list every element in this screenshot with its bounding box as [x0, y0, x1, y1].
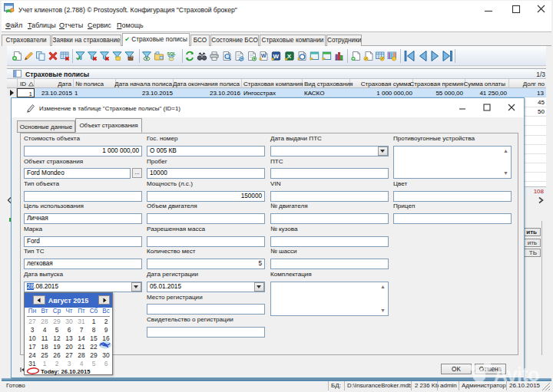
svg-text:W: W: [261, 53, 267, 58]
svg-text:SQL: SQL: [167, 51, 177, 56]
